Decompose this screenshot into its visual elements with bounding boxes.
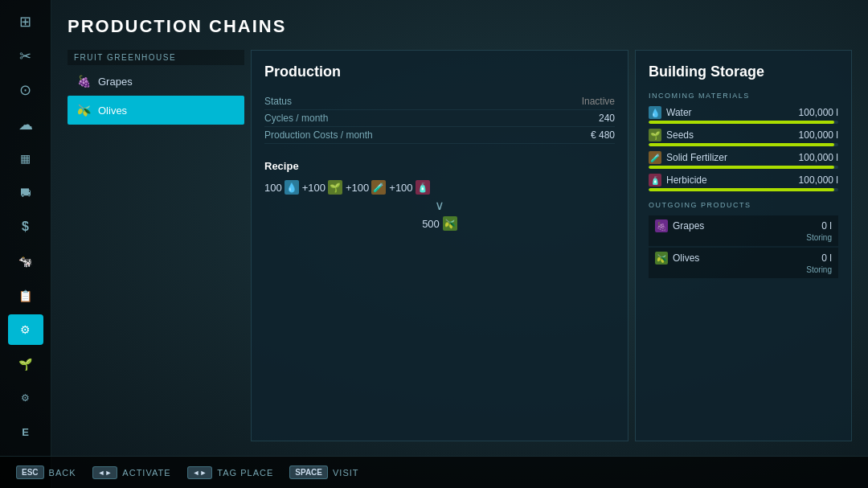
fert-bar-bg: [649, 166, 838, 169]
recipe-fert-icon: 🧪: [371, 180, 386, 195]
chain-grapes-label: Grapes: [98, 76, 133, 88]
stat-cycles: Cycles / month 240: [264, 110, 615, 127]
chain-olives-label: Olives: [98, 105, 127, 117]
sidebar-item-tools[interactable]: ✂: [8, 41, 43, 72]
recipe-water-icon: 💧: [285, 180, 299, 195]
storage-item-herbicide: 🧴 Herbicide 100,000 l: [649, 174, 838, 191]
space-key[interactable]: SPACE: [289, 465, 328, 479]
olives-chain-icon: 🫒: [76, 102, 92, 118]
stat-status-label: Status: [264, 96, 292, 107]
stat-status-value: Inactive: [582, 96, 615, 107]
storage-herb-name: 🧴 Herbicide: [649, 174, 707, 187]
herbicide-icon: 🧴: [649, 174, 661, 187]
storage-panel: Building Storage INCOMING MATERIALS 💧 Wa…: [635, 50, 852, 441]
seeds-bar-bg: [649, 143, 838, 146]
hotkey-activate: ◄► ACTIVATE: [92, 466, 171, 479]
visit-label: VISIT: [333, 468, 359, 478]
recipe-section: Recipe 100 💧 +100 🌱 +100 🧪: [264, 160, 615, 231]
grapes-chain-icon: 🍇: [76, 73, 92, 89]
tag-key[interactable]: ◄►: [187, 466, 213, 479]
fertilizer-icon: 🧪: [649, 151, 661, 164]
olives-outgoing-label: Olives: [673, 252, 699, 264]
recipe-input-herbicide: +100 🧴: [389, 180, 429, 195]
recipe-fert-plus: +100: [346, 182, 369, 194]
fert-bar-fill: [649, 166, 834, 169]
chains-panel: FRUIT GREENHOUSE 🍇 Grapes 🫒 Olives: [68, 50, 244, 441]
main-content: PRODUCTION CHAINS FRUIT GREENHOUSE 🍇 Gra…: [51, 0, 868, 488]
chains-section-label: FRUIT GREENHOUSE: [68, 50, 244, 65]
incoming-label: INCOMING MATERIALS: [649, 92, 838, 100]
water-value: 100,000 l: [799, 107, 838, 118]
outgoing-grapes-row: 🍇 Grapes 0 l: [655, 219, 832, 232]
page-title: PRODUCTION CHAINS: [68, 16, 852, 37]
storage-item-water: 💧 Water 100,000 l: [649, 106, 838, 124]
herb-bar-fill: [649, 188, 834, 191]
hotkey-tag: ◄► TAG PLACE: [187, 466, 274, 479]
water-label: Water: [666, 107, 692, 118]
tools-icon: ✂: [19, 47, 31, 65]
recipe-input-water: 100 💧: [264, 180, 299, 195]
chain-item-olives[interactable]: 🫒 Olives: [68, 96, 244, 125]
harvest-icon: ⚙: [21, 392, 30, 404]
missions-icon: 📋: [18, 289, 32, 302]
sidebar-item-weather[interactable]: ☁: [8, 109, 43, 141]
tractor-icon: ⛟: [20, 187, 31, 199]
recipe-herb-icon: 🧴: [416, 180, 430, 195]
animals-icon: 🐄: [18, 255, 32, 268]
recipe-seeds-plus: +100: [302, 182, 326, 194]
herb-label: Herbicide: [666, 174, 707, 186]
production-icon: ⚙: [20, 323, 31, 336]
outgoing-olives-row: 🫒 Olives 0 l: [655, 252, 832, 265]
storage-water-header: 💧 Water 100,000 l: [649, 106, 838, 119]
stats-icon: ▦: [20, 152, 31, 165]
field-icon: 🌱: [18, 358, 32, 371]
storage-herb-header: 🧴 Herbicide 100,000 l: [649, 174, 838, 187]
sidebar-item-stats[interactable]: ▦: [8, 143, 43, 174]
recipe-outputs: 500 🫒: [264, 216, 615, 231]
grapes-outgoing-label: Grapes: [673, 220, 704, 232]
e-icon: E: [22, 426, 29, 438]
outgoing-item-grapes: 🍇 Grapes 0 l Storing: [649, 215, 838, 246]
water-bar-bg: [649, 121, 838, 124]
recipe-output-icon: 🫒: [443, 216, 457, 231]
activate-key[interactable]: ◄►: [92, 466, 118, 479]
stat-cycles-value: 240: [599, 113, 615, 124]
sidebar-item-production[interactable]: ⚙: [8, 314, 43, 346]
sidebar-item-missions[interactable]: 📋: [8, 280, 43, 311]
outgoing-grapes-name: 🍇 Grapes: [655, 219, 704, 232]
stat-costs: Production Costs / month € 480: [264, 127, 615, 144]
hotkey-esc: ESC BACK: [16, 465, 76, 479]
seeds-bar-fill: [649, 143, 834, 146]
sidebar-item-vehicle[interactable]: ⊙: [8, 75, 43, 106]
stat-cycles-label: Cycles / month: [264, 113, 328, 124]
fert-label: Solid Fertilizer: [666, 152, 727, 163]
arrow-down-icon: ∨: [435, 198, 444, 213]
outgoing-olives-name: 🫒 Olives: [655, 252, 699, 265]
storage-fert-name: 🧪 Solid Fertilizer: [649, 151, 727, 164]
sidebar-item-map[interactable]: ⊞: [8, 6, 43, 38]
esc-key[interactable]: ESC: [16, 465, 44, 479]
sidebar-item-tractor[interactable]: ⛟: [8, 178, 43, 209]
water-bar-fill: [649, 121, 834, 124]
seeds-label: Seeds: [666, 129, 694, 141]
content-area: FRUIT GREENHOUSE 🍇 Grapes 🫒 Olives Produ…: [68, 50, 852, 441]
fert-value: 100,000 l: [799, 152, 838, 163]
production-panel: Production Status Inactive Cycles / mont…: [251, 50, 628, 441]
stat-costs-label: Production Costs / month: [264, 129, 373, 141]
sidebar-item-e[interactable]: E: [8, 416, 43, 448]
storage-title: Building Storage: [649, 64, 838, 80]
hotkey-visit: SPACE VISIT: [289, 465, 358, 479]
sidebar-item-economy[interactable]: $: [8, 211, 43, 243]
chain-item-grapes[interactable]: 🍇 Grapes: [68, 67, 244, 96]
recipe-inputs: 100 💧 +100 🌱 +100 🧪 +100 🧴: [264, 180, 615, 195]
sidebar-item-harvest[interactable]: ⚙: [8, 383, 43, 414]
recipe-arrow: ∨: [264, 198, 615, 213]
storage-seeds-name: 🌱 Seeds: [649, 129, 694, 141]
grapes-outgoing-status: Storing: [655, 233, 832, 242]
sidebar-item-field[interactable]: 🌱: [8, 348, 43, 379]
stat-costs-value: € 480: [591, 129, 615, 141]
sidebar-item-animals[interactable]: 🐄: [8, 246, 43, 277]
storage-item-fertilizer: 🧪 Solid Fertilizer 100,000 l: [649, 151, 838, 169]
recipe-output-amount: 500: [422, 218, 440, 230]
herb-bar-bg: [649, 188, 838, 191]
